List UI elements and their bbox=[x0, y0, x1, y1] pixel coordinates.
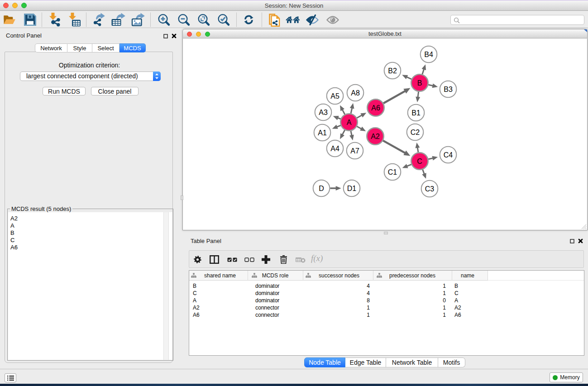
svg-text:A5: A5 bbox=[330, 92, 339, 100]
svg-text:B: B bbox=[417, 79, 422, 87]
svg-text:A6: A6 bbox=[371, 104, 380, 112]
svg-text:C3: C3 bbox=[425, 185, 435, 193]
svg-text:D1: D1 bbox=[347, 185, 357, 192]
svg-text:C4: C4 bbox=[444, 151, 453, 159]
svg-text:A2: A2 bbox=[371, 133, 380, 140]
svg-text:C1: C1 bbox=[388, 168, 397, 176]
svg-text:A3: A3 bbox=[319, 109, 328, 116]
svg-text:D: D bbox=[319, 185, 324, 192]
svg-text:C2: C2 bbox=[411, 129, 420, 136]
svg-text:C: C bbox=[417, 157, 422, 165]
svg-text:A8: A8 bbox=[351, 89, 360, 97]
svg-text:A1: A1 bbox=[318, 129, 327, 137]
svg-text:A: A bbox=[347, 119, 352, 126]
svg-text:A7: A7 bbox=[350, 147, 359, 155]
svg-text:B1: B1 bbox=[411, 109, 421, 117]
svg-text:B2: B2 bbox=[388, 67, 397, 75]
svg-text:A4: A4 bbox=[330, 145, 339, 152]
svg-text:B3: B3 bbox=[444, 86, 453, 93]
svg-text:B4: B4 bbox=[424, 51, 433, 58]
